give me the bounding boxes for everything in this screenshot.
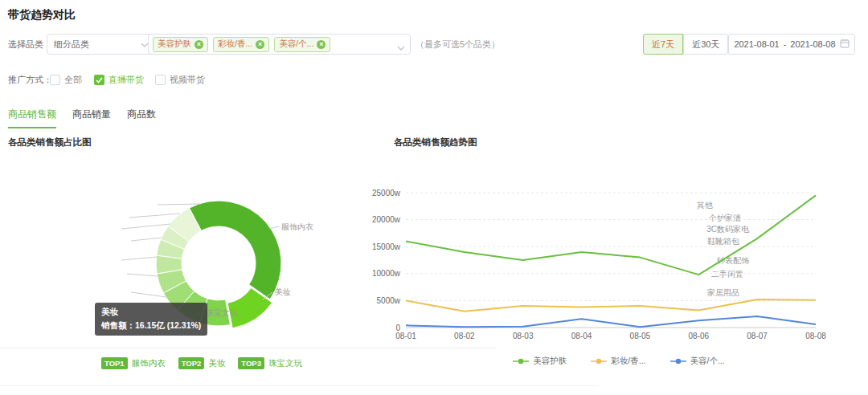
pie-category-label: 美妆 (275, 287, 291, 298)
tooltip-value: 销售额：16.15亿 (12.31%) (101, 320, 201, 332)
checkbox-icon[interactable] (155, 75, 166, 85)
trend-section-title: 各品类销售额趋势图 (394, 136, 477, 149)
legend-item[interactable]: 彩妆/香... (591, 356, 645, 367)
legend-marker-icon (513, 356, 529, 366)
legend-label: 美容/个... (690, 356, 725, 367)
category-type-value: 细分品类 (54, 39, 89, 51)
chart-legend: 美容护肤彩妆/香...美容/个... (370, 356, 868, 367)
y-axis-tick: 0 (395, 324, 400, 332)
pie-slice[interactable] (189, 201, 281, 299)
pie-label-connector (129, 214, 180, 218)
page-title: 带货趋势对比 (8, 8, 76, 22)
tag-close-icon[interactable]: × (194, 40, 203, 49)
x-axis-tick: 08-02 (454, 332, 475, 340)
x-axis-tick: 08-08 (805, 332, 826, 340)
date-start: 2021-08-01 (734, 39, 779, 49)
pie-category-label: 服饰内衣 (281, 222, 313, 233)
selected-category-tag[interactable]: 彩妆/香...× (213, 37, 269, 52)
top-rank-badge: TOP3 (238, 357, 264, 369)
dashboard-page: 带货趋势对比 选择品类： 细分品类 美容护肤×彩妆/香...×美容/个...× … (0, 0, 868, 395)
tab[interactable]: 商品销售额 (8, 108, 56, 128)
date-separator: - (784, 39, 787, 49)
x-axis-tick: 08-01 (395, 332, 416, 340)
pie-label-connector (127, 274, 158, 276)
pie-label-connector (121, 257, 157, 260)
top-rank-item: TOP2美妆 (178, 357, 226, 369)
legend-item[interactable]: 美容/个... (670, 356, 725, 367)
x-axis-tick: 08-05 (630, 332, 651, 340)
tag-close-icon[interactable]: × (317, 40, 326, 49)
promo-option-label: 全部 (64, 74, 82, 86)
quick-range-group: 近7天近30天 (643, 34, 728, 55)
date-range-input[interactable]: 2021-08-01 - 2021-08-08 (728, 34, 855, 55)
pie-category-label: 珠宝文玩 (206, 307, 238, 319)
tag-label: 美容护肤 (158, 39, 191, 50)
top-rank-item: TOP3珠宝文玩 (238, 357, 302, 369)
y-axis-tick: 25000w (372, 189, 401, 198)
legend-item[interactable]: 美容护肤 (513, 356, 567, 367)
chevron-down-icon (397, 39, 405, 54)
selected-category-tag[interactable]: 美容护肤× (153, 37, 208, 52)
legend-marker-icon (591, 356, 607, 366)
selected-tags-container: 美容护肤×彩妆/香...×美容/个...× (153, 37, 330, 52)
top-rank-badge: TOP1 (101, 357, 128, 369)
y-axis-tick: 20000w (372, 215, 401, 224)
tooltip-category: 美妆 (101, 307, 201, 318)
pie-label-connector (131, 238, 162, 241)
selected-category-tag[interactable]: 美容/个...× (274, 37, 330, 52)
top-ranks: TOP1服饰内衣TOP2美妆TOP3珠宝文玩 (101, 357, 302, 369)
x-axis-tick: 08-07 (747, 332, 768, 340)
tag-label: 彩妆/香... (218, 39, 252, 50)
category-type-select[interactable]: 细分品类 (47, 34, 156, 55)
calendar-icon (840, 39, 850, 50)
pie-label-connector (131, 292, 166, 297)
chart-tooltip: 美妆 销售额：16.15亿 (12.31%) (95, 303, 207, 336)
top-rank-name: 珠宝文玩 (268, 358, 302, 369)
pie-label-connector (158, 204, 201, 205)
legend-label: 美容护肤 (533, 356, 567, 367)
trend-line-美容/个... (406, 316, 816, 327)
tag-label: 美容/个... (279, 39, 313, 50)
filter-row: 选择品类： 细分品类 美容护肤×彩妆/香...×美容/个...× （最多可选5个… (0, 34, 868, 56)
category-label: 选择品类： (8, 34, 52, 55)
tab[interactable]: 商品数 (127, 108, 156, 128)
promo-option-label: 视频带货 (170, 74, 205, 86)
top-rank-name: 服饰内衣 (132, 358, 166, 369)
legend-marker-icon (670, 356, 686, 366)
promo-option-label: 直播带货 (108, 74, 144, 86)
metric-tabs: 商品销售额商品销量商品数 (8, 108, 156, 128)
promotion-row: 推广方式： 全部直播带货视频带货 (0, 74, 868, 88)
trend-line-chart: 05000w10000w15000w20000w25000w08-0108-02… (370, 165, 868, 351)
quick-range-button[interactable]: 近7天 (643, 34, 683, 55)
tag-close-icon[interactable]: × (256, 40, 264, 49)
trend-line-彩妆/香... (406, 299, 816, 312)
tag-limit-note: （最多可选5个品类） (416, 34, 500, 55)
promo-option[interactable]: 视频带货 (155, 74, 205, 86)
pie-label-connector (269, 226, 279, 229)
legend-label: 彩妆/香... (611, 356, 645, 367)
checkbox-icon[interactable] (50, 75, 60, 85)
pie-section-title: 各品类销售额占比图 (8, 136, 92, 149)
x-axis-tick: 08-04 (571, 332, 592, 340)
top-rank-name: 美妆 (208, 358, 225, 369)
pie-label-connector (121, 224, 170, 229)
promotion-label: 推广方式： (8, 74, 52, 86)
top-rank-badge: TOP2 (178, 357, 205, 369)
x-axis-tick: 08-06 (689, 332, 710, 340)
checkbox-checked-icon[interactable] (94, 75, 104, 85)
y-axis-tick: 5000w (377, 296, 401, 305)
top-rank-item: TOP1服饰内衣 (101, 357, 166, 369)
category-multiselect[interactable]: 美容护肤×彩妆/香...×美容/个...× (148, 34, 411, 55)
divider (0, 385, 599, 386)
quick-range-button[interactable]: 近30天 (683, 34, 728, 55)
y-axis-tick: 10000w (372, 269, 401, 278)
promo-option[interactable]: 全部 (50, 74, 82, 86)
promo-option[interactable]: 直播带货 (94, 74, 144, 86)
date-end: 2021-08-08 (790, 39, 835, 49)
tab[interactable]: 商品销量 (72, 108, 111, 128)
y-axis-tick: 15000w (372, 242, 401, 251)
trend-line-美容护肤 (406, 195, 816, 275)
x-axis-tick: 08-03 (513, 332, 534, 340)
